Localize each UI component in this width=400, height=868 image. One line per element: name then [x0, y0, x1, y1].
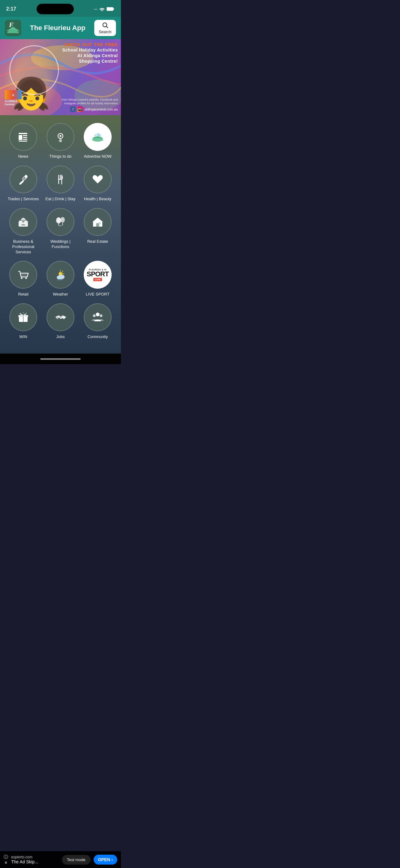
weather-label: Weather — [53, 292, 68, 297]
svg-line-5 — [106, 26, 108, 28]
svg-text:F: F — [9, 21, 14, 29]
svg-rect-31 — [19, 220, 22, 222]
category-weddings[interactable]: Weddings | Functions — [43, 208, 77, 255]
business-label: Business & Professional Services — [6, 239, 40, 255]
people-icon — [91, 311, 104, 324]
community-icon-circle — [84, 303, 112, 331]
heart-icon — [91, 173, 104, 186]
svg-marker-35 — [92, 218, 103, 222]
search-label: Search — [99, 30, 111, 34]
banner-line2: School Holiday ActivitiesAt Aldinga Cent… — [56, 47, 118, 64]
svg-rect-12 — [23, 137, 27, 138]
retail-icon-circle — [9, 261, 37, 289]
website-text: aldingacentral.com.au — [84, 107, 118, 111]
trades-icon-circle — [9, 165, 37, 193]
jobs-icon-circle — [46, 303, 74, 331]
svg-line-47 — [58, 279, 58, 281]
svg-point-56 — [96, 313, 100, 316]
banner-social: f 📷 aldingacentral.com.au — [61, 106, 118, 112]
svg-point-46 — [60, 275, 65, 278]
gift-icon: ✦ ✦ ✦ — [17, 311, 30, 324]
health-label: Health | Beauty — [84, 196, 112, 202]
category-eat[interactable]: Eat | Drink | Stay — [43, 165, 77, 202]
svg-rect-9 — [19, 133, 27, 134]
svg-line-42 — [62, 271, 63, 272]
location-pin-icon — [54, 130, 67, 144]
category-business[interactable]: Business & Professional Services — [6, 208, 40, 255]
main-content: News Things to do — [0, 115, 121, 353]
category-win[interactable]: ✦ ✦ ✦ WIN — [6, 303, 40, 340]
sport-live-badge: LIVE — [93, 278, 102, 281]
search-button[interactable]: Search — [94, 20, 116, 36]
aldinga-logo-box: ||| — [5, 90, 22, 99]
svg-point-39 — [26, 278, 27, 279]
category-trades[interactable]: Trades | Services — [6, 165, 40, 202]
shopping-cart-icon — [17, 268, 30, 281]
category-weather[interactable]: Weather — [43, 261, 77, 297]
category-jobs[interactable]: Jobs — [43, 303, 77, 340]
sport-logo: FLEURIEU & XI SPORT LIVE — [84, 261, 112, 289]
instagram-icon: 📷 — [77, 106, 83, 112]
house-icon — [91, 215, 104, 228]
news-label: News — [18, 154, 29, 159]
dynamic-island — [37, 4, 74, 14]
svg-text:✦: ✦ — [19, 312, 22, 315]
category-news[interactable]: News — [6, 123, 40, 159]
svg-point-55 — [59, 316, 62, 318]
home-indicator — [0, 353, 121, 364]
wifi-icon — [99, 7, 105, 11]
briefcase-icon — [17, 215, 30, 228]
svg-rect-14 — [19, 141, 27, 142]
sport-main-text: SPORT — [87, 271, 109, 278]
banner-circle — [9, 45, 59, 95]
facebook-icon: f — [70, 106, 76, 112]
category-advertise[interactable]: F Advertise NOW — [80, 123, 115, 159]
svg-rect-32 — [25, 220, 27, 222]
balloons-icon — [54, 215, 67, 228]
win-icon-circle: ✦ ✦ ✦ — [9, 303, 37, 331]
category-grid: News Things to do — [6, 123, 115, 340]
svg-text:✦: ✦ — [23, 312, 24, 314]
category-community[interactable]: Community — [80, 303, 115, 340]
banner-bottom: Visit Aldinga Central's website, Faceboo… — [61, 98, 118, 112]
category-retail[interactable]: Retail — [6, 261, 40, 297]
weather-icon-circle — [46, 261, 74, 289]
eat-label: Eat | Drink | Stay — [45, 196, 75, 202]
svg-point-16 — [60, 135, 61, 137]
svg-point-57 — [93, 314, 96, 317]
category-health[interactable]: Health | Beauty — [80, 165, 115, 202]
retail-label: Retail — [18, 292, 28, 297]
banner-text-area: CHECK OUT THE FREE School Holiday Activi… — [56, 42, 118, 64]
svg-point-38 — [21, 278, 23, 279]
advertise-icon-circle: F — [84, 123, 112, 151]
handshake-icon — [54, 311, 67, 324]
svg-rect-13 — [23, 139, 27, 140]
svg-point-4 — [103, 23, 107, 27]
search-icon — [102, 22, 108, 29]
things-label: Things to do — [49, 154, 72, 159]
app-title: The Fleurieu App — [21, 24, 94, 32]
signal-icon: ··· — [94, 7, 97, 11]
trades-label: Trades | Services — [8, 196, 39, 202]
advertise-label: Advertise NOW — [84, 154, 112, 159]
svg-line-49 — [61, 279, 62, 281]
status-time: 2:17 — [6, 6, 16, 12]
svg-rect-24 — [58, 175, 59, 179]
category-live-sport[interactable]: FLEURIEU & XI SPORT LIVE LIVE SPORT — [80, 261, 115, 297]
wrench-icon — [17, 173, 30, 186]
svg-line-48 — [60, 279, 60, 281]
real-estate-label: Real Estate — [87, 239, 108, 244]
svg-point-58 — [100, 314, 103, 317]
category-real-estate[interactable]: Real Estate — [80, 208, 115, 255]
weddings-icon-circle — [46, 208, 74, 236]
banner[interactable]: ||| ALDINGACentral CHECK OUT THE FREE Sc… — [0, 39, 121, 115]
cutlery-icon — [54, 173, 67, 186]
aldinga-logo-name: ALDINGACentral — [5, 100, 18, 106]
category-things-to-do[interactable]: Things to do — [43, 123, 77, 159]
svg-point-30 — [22, 221, 24, 223]
svg-rect-1 — [113, 8, 114, 10]
status-icons: ··· — [94, 7, 115, 11]
logo-svg: F — [5, 20, 21, 36]
aldinga-logo: ||| ALDINGACentral — [5, 90, 22, 106]
weddings-label: Weddings | Functions — [43, 239, 77, 250]
